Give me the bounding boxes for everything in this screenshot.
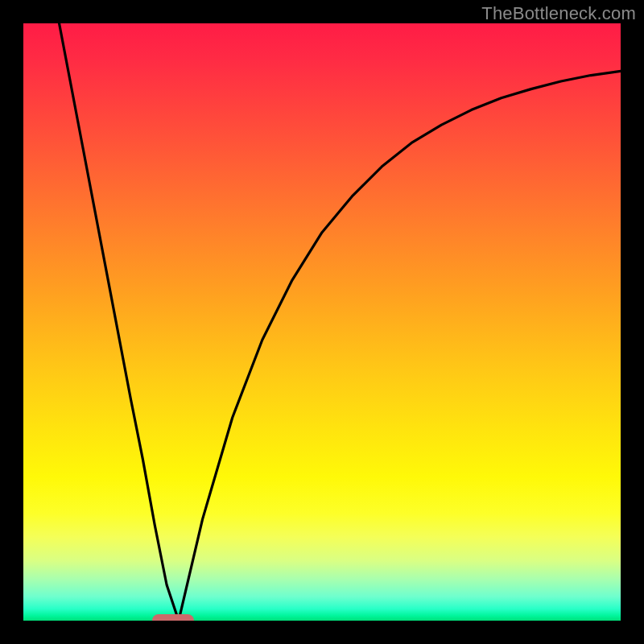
watermark-text: TheBottleneck.com <box>481 3 636 24</box>
plot-area <box>23 23 621 621</box>
optimum-marker <box>152 614 194 621</box>
frame: TheBottleneck.com <box>0 0 644 644</box>
bottleneck-curve <box>23 23 621 621</box>
